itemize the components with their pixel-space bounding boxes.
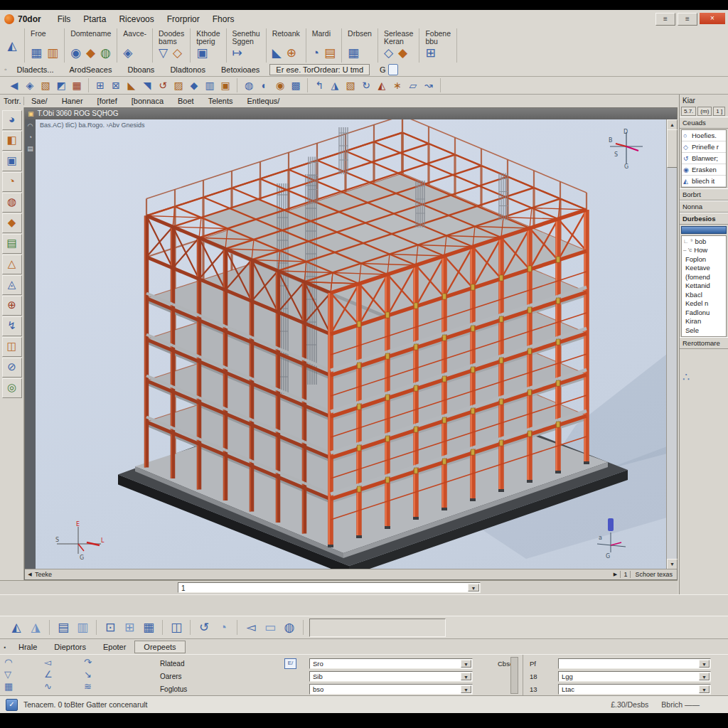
form-scrollbar[interactable] [510,657,518,694]
dropdown-arrow[interactable]: ▼ [699,673,710,680]
form-checkbox[interactable]: E/ [284,658,296,669]
toolbar-icon[interactable]: ⊠ [109,80,122,91]
ribbon-tool-icon[interactable]: ▦ [348,47,359,60]
form-dropdown[interactable]: Lgg▼ [558,671,711,682]
tree-item[interactable]: Kbacl [683,290,726,299]
panel-subheader[interactable]: Nonna [680,200,728,213]
menu-item[interactable]: Ptarta [77,12,112,26]
palette-tool-icon[interactable]: ◔ [2,172,22,192]
viewport-title-bar[interactable]: ▣ T.Obi 3060 ROG SQHOG [25,108,677,119]
panel-section-header[interactable]: Ceuads [680,117,728,129]
minimize-button[interactable]: ≡ [655,13,675,26]
palette-tool-icon[interactable]: ◫ [2,337,22,357]
panel-section-header[interactable]: Durbesios [680,213,728,225]
ribbon-tool-icon[interactable]: ▦ [31,47,42,60]
bottom-toolbar-icon[interactable]: ◫ [168,620,184,635]
toolbar-icon[interactable]: ▧ [39,80,52,91]
quick-link[interactable]: Betoxioaes [221,65,259,74]
maximize-button[interactable]: ≡ [678,13,697,26]
bottom-right-label[interactable]: Schoer texas [631,571,677,578]
close-button[interactable]: × [700,13,725,24]
view-tab[interactable]: [bonnaca [124,95,171,107]
form-dropdown[interactable]: Sib▼ [309,671,473,682]
view-name-label[interactable]: Teeke [35,571,52,578]
tree-item[interactable]: ∟ ⁹bob [683,237,726,246]
tree-item[interactable]: Keetave [683,264,726,273]
toolbar-icon[interactable]: ↝ [422,80,435,91]
bottom-toolbar-icon[interactable]: ▥ [75,620,90,635]
toolbar-icon[interactable]: ◩ [55,80,68,91]
toolbar-icon[interactable]: ◈ [23,80,36,91]
panel-subheader[interactable]: Borbrt [680,188,728,200]
quick-link[interactable]: Dladects... [17,65,54,74]
tree-item[interactable]: Foplon [683,255,726,264]
view-tab[interactable]: Haner [55,95,90,107]
palette-tool-icon[interactable]: ▣ [2,151,22,171]
toolbar-icon[interactable]: ◆ [188,80,200,91]
panel-footer-header[interactable]: Rerottomare [680,337,728,349]
dropdown-arrow[interactable]: ▼ [699,685,710,693]
combo-dropdown-arrow[interactable]: ▼ [468,584,479,592]
ribbon-tool-icon[interactable]: ◆ [86,47,95,60]
ribbon-tool-icon[interactable]: ⊞ [425,47,435,60]
toolbar-icon[interactable]: ◀ [8,80,21,91]
ribbon-tool-icon[interactable]: ◉ [70,47,81,60]
bottom-tab[interactable]: Dieprtors [46,641,95,653]
dropdown-arrow[interactable]: ▼ [699,660,710,668]
toolbar-icon[interactable]: ◍ [242,80,255,91]
toolbar-icon[interactable]: ▨ [172,80,185,91]
ribbon-tool-icon[interactable]: ◣ [272,47,282,60]
toolbar-icon[interactable]: ▦ [70,80,83,91]
palette-tool-icon[interactable]: ↯ [2,316,22,336]
tree-item[interactable]: – ′cHow [683,246,726,255]
bottom-toolbar-icon[interactable]: ◮ [28,620,43,635]
ribbon-tool-icon[interactable]: ⊕ [287,47,296,60]
menu-item[interactable]: Frorprior [161,12,206,26]
strip-icon[interactable]: ◔ [28,134,32,141]
bottom-toolbar-icon[interactable]: ◭ [9,620,24,635]
toolbar-icon[interactable]: ◮ [328,80,341,91]
tree-item[interactable]: (fomend [683,272,726,282]
panel-list-item[interactable]: ◇Prinefle r [682,141,726,153]
toolbar-icon[interactable]: ▱ [407,80,419,91]
toolbar-icon[interactable]: ▧ [344,80,357,91]
panel-list-item[interactable]: ◭bliech it [682,176,726,187]
ribbon-tool-icon[interactable]: ◍ [100,47,111,60]
scroll-up-button[interactable]: ▲ [667,119,678,130]
phase-combobox[interactable]: 1 ▼ [178,582,481,593]
ribbon-tool-icon[interactable]: ◔ [312,47,319,60]
quick-link[interactable]: Dladtonos [170,65,205,74]
panel-segment-button[interactable]: 5.7. [681,107,696,116]
panel-list-item[interactable]: ◉Erasken [682,164,726,176]
panel-list-item[interactable]: ○Hoefies. [682,130,726,141]
tree-item[interactable]: Kedel n [683,299,726,309]
form-tool-icon[interactable]: ∿ [44,681,84,693]
status-check-icon[interactable]: ✓ [6,699,18,711]
view-tab[interactable]: Telents [201,95,240,107]
ribbon-tool-icon[interactable]: ▽ [159,47,168,60]
pan-right-button[interactable]: ▶ [610,572,620,577]
palette-tool-icon[interactable]: ⊕ [2,296,22,316]
palette-tool-icon[interactable]: ◍ [2,193,22,213]
pan-left-button[interactable]: ◀ [25,572,35,577]
ribbon-tool-icon[interactable]: ◇ [384,47,393,60]
form-dropdown[interactable]: Ltac▼ [558,684,711,695]
view-tab[interactable]: Boet [171,95,201,107]
bottom-toolbar-icon[interactable]: ▤ [55,620,71,635]
palette-tool-icon[interactable]: ⊘ [2,358,22,378]
bottom-toolbar-icon[interactable]: ↺ [196,620,212,635]
quick-link[interactable]: Dboans [127,65,154,74]
menu-item[interactable]: Ricevoos [112,12,160,26]
scroll-thumb[interactable] [667,129,678,168]
toolbar-icon[interactable]: ◉ [274,80,287,91]
tree-item[interactable]: Sele [683,326,726,335]
ribbon-lead-icon[interactable]: ◭ [0,28,25,63]
3d-canvas[interactable]: Bas.AC) tliC) ba.Rogo. ›Abv Gnesids E S … [36,119,668,569]
palette-tool-icon[interactable]: ▤ [2,234,22,254]
toolbar-icon[interactable]: ▥ [203,80,216,91]
ribbon-tool-icon[interactable]: ◇ [173,47,182,60]
ribbon-tool-icon[interactable]: ▥ [47,47,58,60]
tree-item[interactable]: Kettanid [683,282,726,291]
panel-segment-button[interactable]: 1 ] [713,107,725,116]
toolbar-icon[interactable]: ▩ [289,80,302,91]
